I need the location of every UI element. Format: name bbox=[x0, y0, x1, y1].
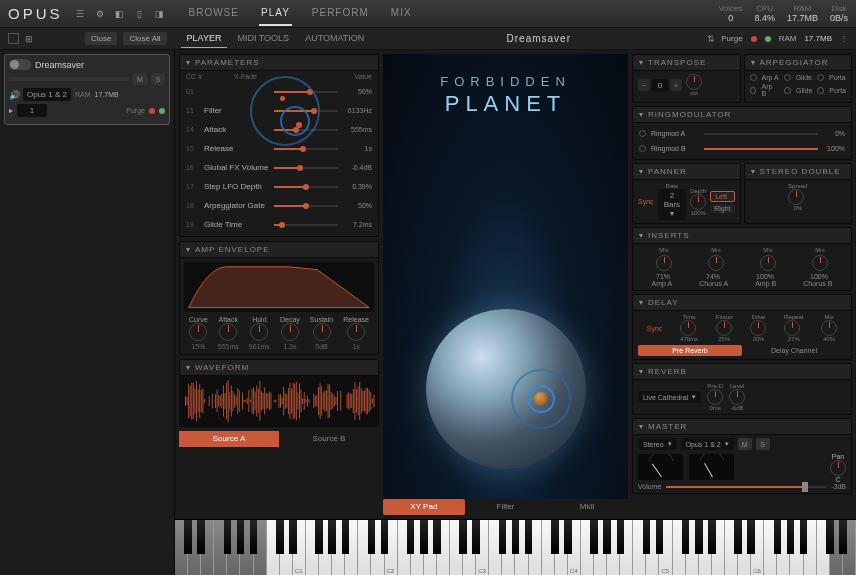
delay-knob-drive[interactable]: Drive20% bbox=[750, 314, 766, 342]
mute-button[interactable]: M bbox=[133, 73, 147, 85]
source-a-tab[interactable]: Source A bbox=[179, 431, 279, 447]
black-key[interactable] bbox=[342, 520, 349, 554]
black-key[interactable] bbox=[774, 520, 781, 554]
black-key[interactable] bbox=[276, 520, 283, 554]
delay-sync[interactable]: Sync bbox=[647, 325, 663, 332]
center-tab-filter[interactable]: Filter bbox=[465, 499, 547, 515]
waveform-header[interactable]: ▾WAVEFORM bbox=[180, 360, 378, 376]
black-key[interactable] bbox=[617, 520, 624, 554]
subtab-automation[interactable]: AUTOMATION bbox=[299, 29, 370, 48]
panner-left[interactable]: Left bbox=[710, 191, 734, 202]
black-key[interactable] bbox=[787, 520, 794, 554]
transpose-minus[interactable]: − bbox=[638, 79, 650, 91]
black-key[interactable] bbox=[250, 520, 257, 554]
transpose-stepper[interactable]: − 0 + bbox=[638, 79, 682, 92]
instrument-power-toggle[interactable] bbox=[9, 59, 31, 70]
master-pan-knob[interactable] bbox=[830, 460, 846, 476]
transpose-plus[interactable]: + bbox=[670, 79, 682, 91]
purge-label[interactable]: Purge bbox=[721, 34, 742, 43]
virtual-keyboard[interactable]: C0C1C2C3C4C5C6C7 bbox=[175, 519, 856, 575]
black-key[interactable] bbox=[407, 520, 414, 554]
master-solo[interactable]: S bbox=[756, 438, 770, 450]
black-key[interactable] bbox=[734, 520, 741, 554]
insert-knob[interactable] bbox=[708, 255, 724, 271]
transpose-knob[interactable] bbox=[686, 74, 702, 90]
black-key[interactable] bbox=[839, 520, 846, 554]
env-knob-hold[interactable]: Hold961ms bbox=[249, 316, 270, 350]
reverb-predelay-knob[interactable] bbox=[707, 389, 723, 405]
layout-left-icon[interactable]: ◧ bbox=[113, 7, 127, 21]
preset-name-display[interactable]: Dreamsaver bbox=[507, 33, 571, 44]
delay-knob-flutter[interactable]: Flutter25% bbox=[716, 314, 733, 342]
black-key[interactable] bbox=[682, 520, 689, 554]
amp-envelope-header[interactable]: ▾AMP ENVELOPE bbox=[180, 242, 378, 258]
env-knob-release[interactable]: Release1s bbox=[343, 316, 369, 350]
black-key[interactable] bbox=[315, 520, 322, 554]
center-tab-xypad[interactable]: XY Pad bbox=[383, 499, 465, 515]
parameters-header[interactable]: ▾PARAMETERS bbox=[180, 55, 378, 71]
inst-purge-green[interactable] bbox=[159, 108, 165, 114]
black-key[interactable] bbox=[472, 520, 479, 554]
subtab-miditools[interactable]: MIDI TOOLS bbox=[231, 29, 295, 48]
xy-cursor[interactable] bbox=[534, 392, 548, 406]
black-key[interactable] bbox=[564, 520, 571, 554]
env-knob-attack[interactable]: Attack555ms bbox=[218, 316, 239, 350]
master-volume-slider[interactable] bbox=[666, 486, 826, 488]
output-field[interactable]: Opus 1 & 2 bbox=[23, 88, 71, 101]
preset-updown-icon[interactable]: ⇅ bbox=[707, 34, 715, 44]
instrument-volume-slider[interactable] bbox=[9, 77, 129, 81]
black-key[interactable] bbox=[368, 520, 375, 554]
layout-right-icon[interactable]: ◨ bbox=[153, 7, 167, 21]
insert-knob[interactable] bbox=[656, 255, 672, 271]
insert-knob[interactable] bbox=[760, 255, 776, 271]
delay-knob-repeat[interactable]: Repeat27% bbox=[784, 314, 803, 342]
ringmod-row[interactable]: Ringmod B100% bbox=[639, 141, 845, 156]
black-key[interactable] bbox=[224, 520, 231, 554]
insert-knob[interactable] bbox=[812, 255, 828, 271]
planet-xy-view[interactable]: FORBIDDEN PLANET bbox=[383, 54, 628, 499]
delay-tab-channel[interactable]: Delay Channel bbox=[742, 345, 846, 356]
spread-knob[interactable] bbox=[788, 189, 804, 205]
delay-knob-time[interactable]: Time476ms bbox=[680, 314, 698, 342]
menu-icon[interactable]: ☰ bbox=[73, 7, 87, 21]
param-row-18[interactable]: 18Arpeggiator Gate50% bbox=[186, 196, 372, 215]
param-row-17[interactable]: 17Step LFO Depth0.39% bbox=[186, 177, 372, 196]
black-key[interactable] bbox=[708, 520, 715, 554]
master-mode-dropdown[interactable]: Stereo▾ bbox=[638, 438, 677, 450]
tab-mix[interactable]: MIX bbox=[389, 1, 414, 26]
envelope-graph[interactable] bbox=[184, 262, 374, 312]
param-row-15[interactable]: 15Release1s bbox=[186, 139, 372, 158]
black-key[interactable] bbox=[237, 520, 244, 554]
black-key[interactable] bbox=[525, 520, 532, 554]
delay-knob-mix[interactable]: Mix40% bbox=[821, 314, 837, 342]
black-key[interactable] bbox=[512, 520, 519, 554]
reverb-preset-dropdown[interactable]: Live Cathedral▾ bbox=[638, 391, 701, 403]
master-mute[interactable]: M bbox=[738, 438, 752, 450]
delay-tab-prereverb[interactable]: Pre Reverb bbox=[638, 345, 742, 356]
env-knob-curve[interactable]: Curve15% bbox=[189, 316, 208, 350]
panner-depth-knob[interactable] bbox=[690, 194, 706, 210]
black-key[interactable] bbox=[420, 520, 427, 554]
black-key[interactable] bbox=[328, 520, 335, 554]
black-key[interactable] bbox=[197, 520, 204, 554]
param-row-14[interactable]: 14Attack555ms bbox=[186, 120, 372, 139]
tab-play[interactable]: PLAY bbox=[259, 1, 292, 26]
center-tab-midi[interactable]: Midi bbox=[546, 499, 628, 515]
gear-icon[interactable]: ⚙ bbox=[93, 7, 107, 21]
param-row-01[interactable]: 0156% bbox=[186, 82, 372, 101]
black-key[interactable] bbox=[643, 520, 650, 554]
master-output-dropdown[interactable]: Opus 1 & 2▾ bbox=[681, 438, 734, 450]
solo-button[interactable]: S bbox=[151, 73, 165, 85]
close-all-button[interactable]: Close All bbox=[123, 32, 166, 45]
black-key[interactable] bbox=[551, 520, 558, 554]
black-key[interactable] bbox=[603, 520, 610, 554]
panner-right[interactable]: Right bbox=[710, 204, 734, 213]
inst-purge-red[interactable] bbox=[149, 108, 155, 114]
channel-field[interactable]: 1 bbox=[17, 104, 47, 117]
param-row-11[interactable]: 11Filter6133Hz bbox=[186, 101, 372, 120]
close-button[interactable]: Close bbox=[85, 32, 117, 45]
black-key[interactable] bbox=[590, 520, 597, 554]
black-key[interactable] bbox=[747, 520, 754, 554]
subtab-player[interactable]: PLAYER bbox=[181, 29, 228, 48]
source-b-tab[interactable]: Source B bbox=[279, 431, 379, 447]
